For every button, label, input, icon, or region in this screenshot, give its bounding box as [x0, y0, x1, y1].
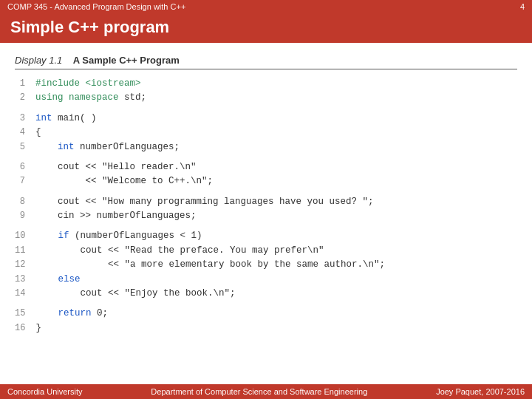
footer-center: Department of Computer Science and Softw… [151, 387, 367, 396]
footer: Concordia University Department of Compu… [0, 384, 532, 399]
code-line-3: 3 int main( ) [15, 112, 517, 126]
top-bar: COMP 345 - Advanced Program Design with … [0, 0, 532, 13]
content-area: Display 1.1 A Sample C++ Program 1 #incl… [0, 43, 532, 341]
display-header: Display 1.1 A Sample C++ Program [15, 55, 517, 69]
code-line-6: 6 cout << "Hello reader.\n" [15, 160, 517, 174]
slide-title: Simple C++ program [0, 13, 532, 43]
code-line-10: 10 if (numberOfLanguages < 1) [15, 229, 517, 243]
footer-left: Concordia University [7, 387, 82, 396]
code-line-4: 4 { [15, 126, 517, 140]
course-title: COMP 345 - Advanced Program Design with … [7, 2, 185, 11]
code-line-15: 15 return 0; [15, 307, 517, 321]
display-title: A Sample C++ Program [73, 55, 180, 66]
code-line-14: 14 cout << "Enjoy the book.\n"; [15, 287, 517, 301]
code-block: 1 #include <iostream> 2 using namespace … [15, 77, 517, 335]
code-line-11: 11 cout << "Read the preface. You may pr… [15, 244, 517, 258]
code-line-7: 7 << "Welcome to C++.\n"; [15, 174, 517, 188]
code-line-13: 13 else [15, 273, 517, 287]
code-line-12: 12 << "a more elementary book by the sam… [15, 258, 517, 272]
display-label: Display 1.1 [15, 55, 62, 66]
code-line-16: 16 } [15, 321, 517, 335]
footer-right: Joey Paquet, 2007-2016 [436, 387, 525, 396]
page-number: 4 [520, 2, 525, 11]
code-line-2: 2 using namespace std; [15, 91, 517, 105]
code-line-9: 9 cin >> numberOfLanguages; [15, 209, 517, 223]
code-line-8: 8 cout << "How many programming language… [15, 195, 517, 209]
code-line-5: 5 int numberOfLanguages; [15, 140, 517, 154]
code-line-1: 1 #include <iostream> [15, 77, 517, 91]
